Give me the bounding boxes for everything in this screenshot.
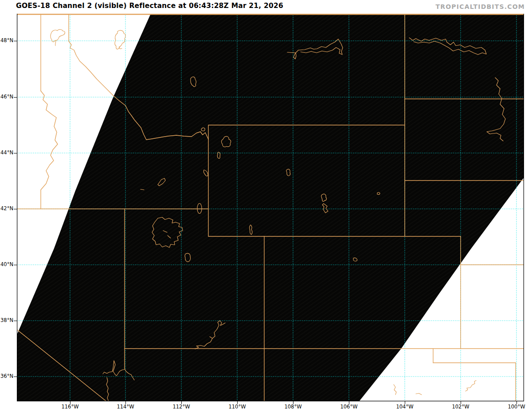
longitude-tick-label: 102°W	[447, 404, 474, 410]
latitude-tick-label: 46°N	[0, 94, 13, 100]
longitude-tick-label: 104°W	[391, 404, 418, 410]
latitude-tick-label: 40°N	[0, 261, 13, 267]
longitude-tick-label: 114°W	[112, 404, 139, 410]
longitude-tick-label: 116°W	[57, 404, 83, 410]
small-lake-cimarron	[416, 393, 422, 395]
latitude-tick	[14, 41, 17, 41]
satellite-map-page: GOES-18 Channel 2 (visible) Reflectance …	[0, 0, 532, 412]
map-plot-area	[17, 14, 524, 401]
latitude-tick	[14, 97, 17, 98]
longitude-tick-label: 108°W	[280, 404, 306, 410]
watermark-text: TROPICALTIDBITS.COM	[435, 3, 525, 10]
longitude-tick-label: 100°W	[503, 404, 530, 410]
latitude-tick-label: 36°N	[0, 373, 13, 379]
page-title: GOES-18 Channel 2 (visible) Reflectance …	[16, 2, 283, 10]
longitude-tick-label: 110°W	[224, 404, 250, 410]
latitude-tick-label: 44°N	[0, 149, 13, 156]
border-idaho-oregon-snake-river	[41, 91, 58, 209]
small-river-newmexico	[394, 385, 396, 395]
latitude-tick-label: 48°N	[0, 37, 13, 43]
latitude-tick	[14, 377, 17, 377]
lake-pend-oreille	[51, 29, 65, 46]
satellite-swath	[17, 14, 524, 401]
latitude-tick	[14, 321, 17, 321]
longitude-tick-label: 106°W	[336, 404, 362, 410]
oklahoma-panhandle-river	[466, 381, 476, 391]
latitude-tick-label: 42°N	[0, 205, 13, 212]
map-canvas	[17, 14, 524, 401]
latitude-tick	[14, 153, 17, 153]
latitude-tick	[14, 209, 17, 209]
latitude-tick	[14, 265, 17, 265]
flathead-lake	[115, 30, 125, 49]
longitude-tick-label: 112°W	[168, 404, 195, 410]
latitude-tick-label: 38°N	[0, 317, 13, 323]
